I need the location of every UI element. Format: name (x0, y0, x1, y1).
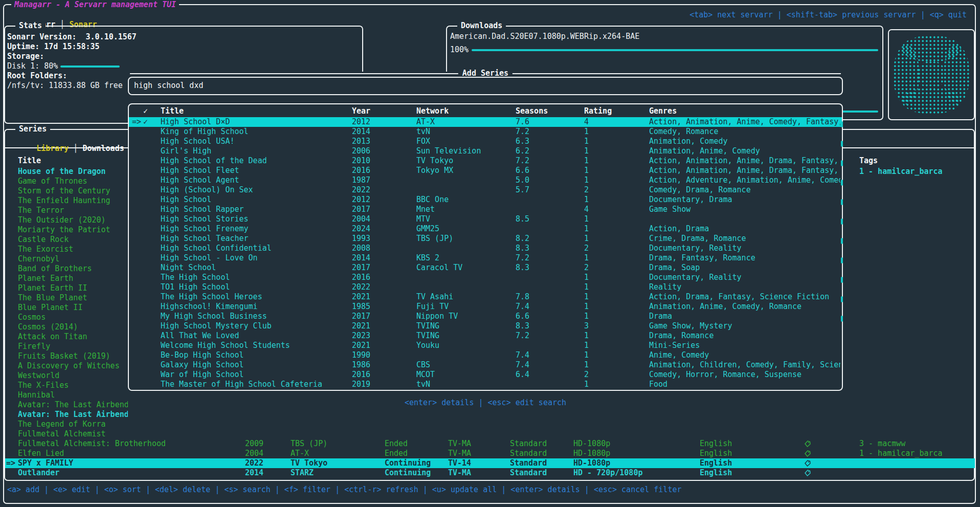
result-row[interactable]: My High School Business2017Nippon TV6.61… (129, 312, 842, 321)
series-title: Elfen Lied (18, 449, 246, 458)
popup-hint: <enter> details | <esc> edit search (405, 398, 566, 408)
result-rating: 1 (584, 127, 615, 137)
result-row[interactable]: Girl's High2006Sun Television6.21Animati… (129, 146, 842, 156)
result-year: 2004 (352, 214, 388, 224)
result-genres: Reality (649, 282, 840, 292)
series-tags: 1 - hamilcar_barca (859, 167, 972, 177)
result-network: CBS (416, 360, 511, 370)
series-row[interactable]: =>SPY x FAMILY2022TV TokyoContinuingTV-1… (5, 458, 975, 468)
result-row[interactable]: High School Stories2004MTV8.51 (129, 214, 842, 224)
result-row[interactable]: All That We Loved2023TVING7.21Drama, Rom… (129, 331, 842, 341)
result-rating: 4 (584, 205, 615, 214)
result-genres: Animation, Comedy (649, 137, 840, 146)
result-title: High School Teacher (161, 234, 350, 244)
result-row[interactable]: High School Teacher1993TBS (JP)8.21Crime… (129, 234, 842, 244)
result-year: 2021 (352, 292, 388, 302)
result-genres: Comedy, Horror, Romance, Suspense (649, 370, 840, 380)
result-genres: Drama (649, 312, 840, 321)
result-row[interactable]: High School Frenemy2024GMM251Action, Dra… (129, 224, 842, 234)
result-genres: Crime, Drama, Romance (649, 234, 840, 244)
series-row[interactable]: Fullmetal Alchemist (5, 429, 975, 439)
result-row[interactable]: High (School) On Sex20225.72Comedy, Dram… (129, 185, 842, 195)
result-year: 2016 (352, 166, 388, 175)
series-title: Fullmetal Alchemist (18, 429, 246, 439)
managarr-app: Managarr - A Servarr management TUI Rada… (0, 0, 980, 507)
result-row[interactable]: =>✓High School D×D2012AT-X7.64Action, An… (129, 117, 842, 127)
series-title: Fullmetal Alchemist: Brotherhood (18, 439, 246, 449)
scrollbar-dash (841, 141, 843, 147)
result-row[interactable]: Welcome High School Students2021Youku1Mi… (129, 341, 842, 350)
series-tab-separator: │ (69, 144, 82, 153)
result-rating: 1 (584, 312, 615, 321)
result-row[interactable]: War of High School2016MCOT6.42Comedy, Ho… (129, 370, 842, 380)
result-network: Youku (416, 341, 511, 350)
result-network: Nippon TV (416, 312, 511, 321)
result-genres: Action, Drama, Fantasy, Science Fiction (649, 292, 840, 302)
search-input[interactable]: high school dxd (128, 77, 843, 95)
stats-line: Sonarr Version: 3.0.10.1567 (7, 32, 355, 42)
result-seasons: 7.2 (516, 127, 551, 137)
series-row[interactable]: Fullmetal Alchemist: Brotherhood2009TBS … (5, 439, 975, 449)
result-row[interactable]: High School Confidential20088.32Document… (129, 244, 842, 253)
result-row[interactable]: Galaxy High School1986CBS7.41Animation, … (129, 360, 842, 370)
result-row[interactable]: High School USA!2013FOX6.31Animation, Co… (129, 137, 842, 146)
scrollbar-dash (841, 257, 843, 263)
result-row[interactable]: High School of the Dead2010TV Tokyo7.21A… (129, 156, 842, 166)
result-title: High School (161, 195, 350, 205)
logo-center (917, 60, 946, 89)
result-year: 2008 (352, 244, 388, 253)
result-rating: 1 (584, 175, 615, 185)
result-network: MCOT (416, 370, 511, 380)
scrollbar-dash (841, 277, 843, 283)
result-row[interactable]: High School Agent19875.01Action, Adventu… (129, 175, 842, 185)
results-col-title: Title (161, 106, 345, 116)
series-title: Outlander (18, 468, 246, 478)
series-tags: 1 - hamilcar_barca (859, 449, 972, 458)
result-row[interactable]: High School Rapper2017Mnet4Game Show (129, 205, 842, 214)
series-quality: HD - 720p/1080p (573, 468, 691, 478)
series-row[interactable]: Elfen Lied2004AT-XEndedTV-MAStandardHD-1… (5, 449, 975, 458)
series-panel-title: Series (15, 124, 50, 134)
result-title: High School - Love On (161, 253, 350, 263)
result-rating: 1 (584, 137, 615, 146)
result-title: High School USA! (161, 137, 350, 146)
result-network: KBS 2 (416, 253, 511, 263)
result-rating: 2 (584, 185, 615, 195)
series-row[interactable]: Outlander2014STARZContinuingTV-MAStandar… (5, 468, 975, 478)
result-row[interactable]: Night School2017Caracol TV8.32Drama, Soa… (129, 263, 842, 273)
result-network: Fuji TV (416, 302, 511, 312)
result-seasons: 5.0 (516, 175, 551, 185)
result-rating: 1 (584, 292, 615, 302)
app-title: Managarr - A Servarr management TUI (11, 0, 179, 10)
result-row[interactable]: High School Mystery Club2021TVING8.33Gam… (129, 321, 842, 331)
add-series-popup: Add Series high school dxd ✓TitleYearNet… (128, 72, 843, 425)
download-progress-bar (472, 49, 878, 51)
result-network: BBC One (416, 195, 511, 205)
result-row[interactable]: High School Fleet2016Tokyo MX6.61Action,… (129, 166, 842, 175)
series-tab-library[interactable]: Library (36, 144, 69, 153)
result-year: 2023 (352, 331, 388, 341)
disk-usage-bar (60, 65, 120, 68)
series-tab-downloads[interactable]: Downloads (82, 144, 124, 153)
result-year: 1990 (352, 350, 388, 360)
result-rating: 3 (584, 321, 615, 331)
result-row[interactable]: TO1 High School20221Reality (129, 282, 842, 292)
result-rating: 1 (584, 302, 615, 312)
result-row[interactable]: Be-Bop High School19907.41Anime, Comedy (129, 350, 842, 360)
result-title: Highschool! Kimengumi (161, 302, 350, 312)
series-language: English (700, 468, 817, 478)
result-row[interactable]: King of High School2014tvN7.21Comedy, Ro… (129, 127, 842, 137)
result-row[interactable]: High School2012BBC One1Documentary, Dram… (129, 195, 842, 205)
result-year: 1993 (352, 234, 388, 244)
result-row[interactable]: The Master of High School Cafeteria2019t… (129, 380, 842, 389)
result-year: 2017 (352, 263, 388, 273)
result-title: My High School Business (161, 312, 350, 321)
result-row[interactable]: The High School20161Documentary, Reality (129, 273, 842, 282)
result-row[interactable]: Highschool! Kimengumi1985Fuji TV7.41Anim… (129, 302, 842, 312)
series-quality: HD-1080p (573, 458, 691, 468)
result-row[interactable]: The High School Heroes2021TV Asahi7.81Ac… (129, 292, 842, 302)
result-genres: Drama, Fantasy, Romance (649, 253, 840, 263)
series-language: English (700, 449, 817, 458)
result-row[interactable]: High School - Love On2014KBS 27.21Drama,… (129, 253, 842, 263)
window-keybinds: <tab> next servarr | <shift-tab> previou… (689, 10, 967, 20)
